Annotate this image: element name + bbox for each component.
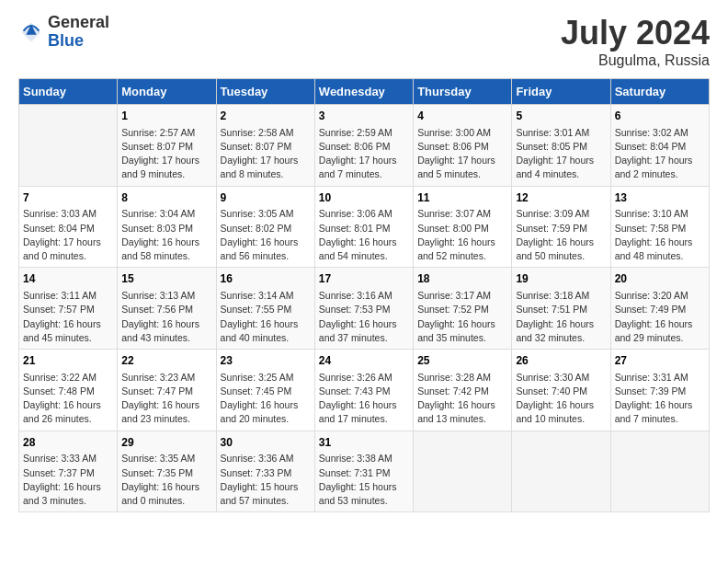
logo: General Blue bbox=[18, 14, 109, 51]
day-info: Sunrise: 3:26 AMSunset: 7:43 PMDaylight:… bbox=[319, 371, 409, 427]
week-row-1: 1Sunrise: 2:57 AMSunset: 8:07 PMDaylight… bbox=[19, 105, 710, 187]
calendar-cell: 3Sunrise: 2:59 AMSunset: 8:06 PMDaylight… bbox=[314, 105, 413, 187]
title-area: July 2024 Bugulma, Russia bbox=[561, 14, 710, 69]
calendar-cell: 10Sunrise: 3:06 AMSunset: 8:01 PMDayligh… bbox=[314, 186, 413, 268]
day-info: Sunrise: 3:02 AMSunset: 8:04 PMDaylight:… bbox=[615, 126, 705, 182]
day-info: Sunrise: 3:16 AMSunset: 7:53 PMDaylight:… bbox=[319, 289, 409, 345]
day-number: 13 bbox=[615, 190, 705, 206]
logo-icon bbox=[18, 19, 44, 45]
day-info: Sunrise: 3:28 AMSunset: 7:42 PMDaylight:… bbox=[417, 371, 507, 427]
calendar-cell: 14Sunrise: 3:11 AMSunset: 7:57 PMDayligh… bbox=[19, 268, 118, 350]
calendar-header: SundayMondayTuesdayWednesdayThursdayFrid… bbox=[19, 79, 710, 105]
day-info: Sunrise: 3:04 AMSunset: 8:03 PMDaylight:… bbox=[121, 207, 211, 263]
calendar-cell: 21Sunrise: 3:22 AMSunset: 7:48 PMDayligh… bbox=[19, 350, 118, 431]
day-info: Sunrise: 3:09 AMSunset: 7:59 PMDaylight:… bbox=[516, 207, 606, 263]
day-info: Sunrise: 3:01 AMSunset: 8:05 PMDaylight:… bbox=[516, 126, 606, 182]
logo-blue: Blue bbox=[48, 32, 109, 51]
day-info: Sunrise: 3:03 AMSunset: 8:04 PMDaylight:… bbox=[23, 207, 113, 263]
day-number: 1 bbox=[121, 109, 211, 124]
day-number: 16 bbox=[221, 271, 311, 287]
day-number: 24 bbox=[319, 353, 409, 369]
day-number: 27 bbox=[615, 353, 705, 369]
day-info: Sunrise: 3:05 AMSunset: 8:02 PMDaylight:… bbox=[221, 207, 311, 263]
day-number: 10 bbox=[319, 190, 409, 206]
calendar-cell: 22Sunrise: 3:23 AMSunset: 7:47 PMDayligh… bbox=[118, 350, 216, 431]
day-number: 30 bbox=[221, 435, 311, 451]
calendar-cell: 4Sunrise: 3:00 AMSunset: 8:06 PMDaylight… bbox=[414, 105, 512, 187]
day-info: Sunrise: 3:11 AMSunset: 7:57 PMDaylight:… bbox=[23, 289, 113, 345]
calendar-cell: 31Sunrise: 3:38 AMSunset: 7:31 PMDayligh… bbox=[314, 431, 413, 512]
day-number: 14 bbox=[23, 271, 113, 287]
day-info: Sunrise: 3:36 AMSunset: 7:33 PMDaylight:… bbox=[221, 452, 311, 508]
calendar-cell: 23Sunrise: 3:25 AMSunset: 7:45 PMDayligh… bbox=[216, 350, 314, 431]
day-info: Sunrise: 3:14 AMSunset: 7:55 PMDaylight:… bbox=[221, 289, 311, 345]
day-number: 8 bbox=[121, 190, 211, 206]
day-info: Sunrise: 3:10 AMSunset: 7:58 PMDaylight:… bbox=[615, 207, 705, 263]
calendar-cell: 7Sunrise: 3:03 AMSunset: 8:04 PMDaylight… bbox=[19, 186, 118, 268]
calendar-cell: 1Sunrise: 2:57 AMSunset: 8:07 PMDaylight… bbox=[118, 105, 216, 187]
day-info: Sunrise: 3:25 AMSunset: 7:45 PMDaylight:… bbox=[221, 371, 311, 427]
day-number: 5 bbox=[516, 109, 606, 124]
calendar-cell: 26Sunrise: 3:30 AMSunset: 7:40 PMDayligh… bbox=[512, 350, 610, 431]
day-number: 20 bbox=[615, 271, 705, 287]
day-info: Sunrise: 3:30 AMSunset: 7:40 PMDaylight:… bbox=[516, 371, 606, 427]
calendar-cell bbox=[610, 431, 709, 512]
day-info: Sunrise: 3:00 AMSunset: 8:06 PMDaylight:… bbox=[417, 126, 507, 182]
calendar-table: SundayMondayTuesdayWednesdayThursdayFrid… bbox=[18, 78, 710, 512]
day-info: Sunrise: 3:38 AMSunset: 7:31 PMDaylight:… bbox=[319, 452, 409, 508]
day-info: Sunrise: 3:22 AMSunset: 7:48 PMDaylight:… bbox=[23, 371, 113, 427]
column-header-monday: Monday bbox=[118, 79, 216, 105]
calendar-cell: 18Sunrise: 3:17 AMSunset: 7:52 PMDayligh… bbox=[414, 268, 512, 350]
day-info: Sunrise: 3:20 AMSunset: 7:49 PMDaylight:… bbox=[615, 289, 705, 345]
calendar-cell: 12Sunrise: 3:09 AMSunset: 7:59 PMDayligh… bbox=[512, 186, 610, 268]
calendar-cell: 24Sunrise: 3:26 AMSunset: 7:43 PMDayligh… bbox=[314, 350, 413, 431]
calendar-cell: 11Sunrise: 3:07 AMSunset: 8:00 PMDayligh… bbox=[414, 186, 512, 268]
day-info: Sunrise: 3:33 AMSunset: 7:37 PMDaylight:… bbox=[23, 452, 113, 508]
column-header-friday: Friday bbox=[512, 79, 610, 105]
logo-general: General bbox=[48, 14, 109, 32]
day-number: 9 bbox=[221, 190, 311, 206]
day-number: 19 bbox=[516, 271, 606, 287]
day-number: 6 bbox=[615, 109, 705, 124]
day-info: Sunrise: 2:59 AMSunset: 8:06 PMDaylight:… bbox=[319, 126, 409, 182]
calendar-cell: 30Sunrise: 3:36 AMSunset: 7:33 PMDayligh… bbox=[216, 431, 314, 512]
column-header-wednesday: Wednesday bbox=[314, 79, 413, 105]
calendar-cell: 2Sunrise: 2:58 AMSunset: 8:07 PMDaylight… bbox=[216, 105, 314, 187]
calendar-cell: 5Sunrise: 3:01 AMSunset: 8:05 PMDaylight… bbox=[512, 105, 610, 187]
column-header-tuesday: Tuesday bbox=[216, 79, 314, 105]
column-header-saturday: Saturday bbox=[610, 79, 709, 105]
day-info: Sunrise: 3:17 AMSunset: 7:52 PMDaylight:… bbox=[417, 289, 507, 345]
day-info: Sunrise: 3:23 AMSunset: 7:47 PMDaylight:… bbox=[121, 371, 211, 427]
day-number: 17 bbox=[319, 271, 409, 287]
week-row-4: 21Sunrise: 3:22 AMSunset: 7:48 PMDayligh… bbox=[19, 350, 710, 431]
calendar-cell: 6Sunrise: 3:02 AMSunset: 8:04 PMDaylight… bbox=[610, 105, 709, 187]
day-number: 22 bbox=[121, 353, 211, 369]
day-info: Sunrise: 3:06 AMSunset: 8:01 PMDaylight:… bbox=[319, 207, 409, 263]
logo-text: General Blue bbox=[48, 14, 109, 51]
day-number: 4 bbox=[417, 109, 507, 124]
day-number: 7 bbox=[23, 190, 113, 206]
day-number: 15 bbox=[121, 271, 211, 287]
day-info: Sunrise: 2:58 AMSunset: 8:07 PMDaylight:… bbox=[221, 126, 311, 182]
day-number: 2 bbox=[221, 109, 311, 124]
calendar-cell: 20Sunrise: 3:20 AMSunset: 7:49 PMDayligh… bbox=[610, 268, 709, 350]
day-info: Sunrise: 3:18 AMSunset: 7:51 PMDaylight:… bbox=[516, 289, 606, 345]
day-number: 25 bbox=[417, 353, 507, 369]
day-number: 11 bbox=[417, 190, 507, 206]
day-info: Sunrise: 3:07 AMSunset: 8:00 PMDaylight:… bbox=[417, 207, 507, 263]
calendar-cell: 17Sunrise: 3:16 AMSunset: 7:53 PMDayligh… bbox=[314, 268, 413, 350]
calendar-cell bbox=[414, 431, 512, 512]
day-number: 26 bbox=[516, 353, 606, 369]
week-row-5: 28Sunrise: 3:33 AMSunset: 7:37 PMDayligh… bbox=[19, 431, 710, 512]
week-row-3: 14Sunrise: 3:11 AMSunset: 7:57 PMDayligh… bbox=[19, 268, 710, 350]
calendar-cell: 13Sunrise: 3:10 AMSunset: 7:58 PMDayligh… bbox=[610, 186, 709, 268]
calendar-cell: 15Sunrise: 3:13 AMSunset: 7:56 PMDayligh… bbox=[118, 268, 216, 350]
calendar-cell bbox=[19, 105, 118, 187]
header-row: SundayMondayTuesdayWednesdayThursdayFrid… bbox=[19, 79, 710, 105]
day-number: 18 bbox=[417, 271, 507, 287]
calendar-cell: 19Sunrise: 3:18 AMSunset: 7:51 PMDayligh… bbox=[512, 268, 610, 350]
column-header-sunday: Sunday bbox=[19, 79, 118, 105]
day-number: 12 bbox=[516, 190, 606, 206]
month-title: July 2024 bbox=[561, 14, 710, 52]
column-header-thursday: Thursday bbox=[414, 79, 512, 105]
